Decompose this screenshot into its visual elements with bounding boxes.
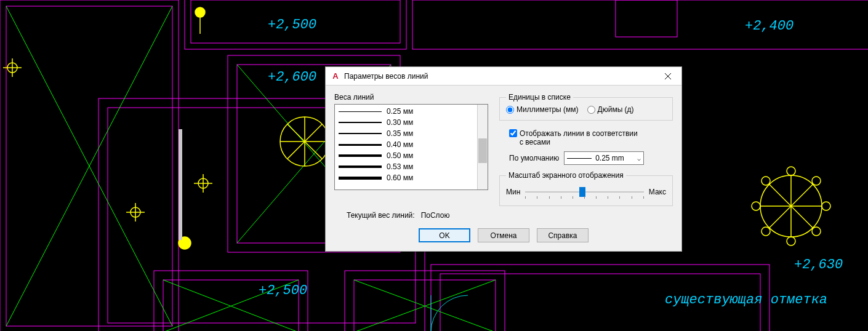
lineweight-settings-dialog: A Параметры весов линий Веса линий 0.25 … xyxy=(325,66,682,252)
svg-point-53 xyxy=(812,227,821,236)
display-scale-slider[interactable] xyxy=(525,185,643,199)
dialog-titlebar[interactable]: A Параметры весов линий xyxy=(326,67,681,86)
lineweight-item[interactable]: 0.25 мм xyxy=(335,106,477,117)
note-label: существующая отметка xyxy=(665,292,827,308)
close-button[interactable] xyxy=(654,67,681,86)
dialog-title: Параметры весов линий xyxy=(344,72,654,81)
lineweight-item[interactable]: 0.50 мм xyxy=(335,150,477,161)
listbox-scrollbar[interactable] xyxy=(477,105,488,189)
lineweight-item-label: 0.40 мм xyxy=(387,140,413,149)
svg-point-24 xyxy=(195,7,205,17)
svg-point-49 xyxy=(822,202,830,210)
scale-fieldset: Масштаб экранного отображения Мин Макс xyxy=(499,171,673,206)
slider-thumb[interactable] xyxy=(579,187,585,197)
svg-point-48 xyxy=(752,202,760,210)
current-lineweight-label: Текущий вес линий: xyxy=(347,211,415,220)
svg-point-46 xyxy=(787,167,795,175)
lineweights-label: Веса линий xyxy=(334,93,488,102)
units-legend: Единицы в списке xyxy=(506,93,573,102)
display-lineweight-checkbox[interactable] xyxy=(509,129,517,137)
svg-point-51 xyxy=(812,177,821,185)
radio-inches[interactable]: Дюймы (д) xyxy=(587,105,634,114)
display-lineweight-label: Отображать линии в соответствии с весами xyxy=(520,129,643,146)
lineweight-item-label: 0.50 мм xyxy=(387,151,413,160)
units-fieldset: Единицы в списке Миллиметры (мм) Дюймы (… xyxy=(499,93,673,121)
lineweight-item-label: 0.60 мм xyxy=(387,173,413,182)
lineweight-item-label: 0.35 мм xyxy=(387,129,413,138)
lineweight-item[interactable]: 0.30 мм xyxy=(335,117,477,128)
svg-rect-54 xyxy=(179,129,182,240)
svg-point-52 xyxy=(762,227,770,236)
scale-legend: Масштаб экранного отображения xyxy=(506,171,626,180)
svg-point-47 xyxy=(787,237,795,245)
elevation-label: +2,600 xyxy=(268,70,316,85)
lineweight-item-label: 0.30 мм xyxy=(387,118,413,127)
radio-inches-label: Дюймы (д) xyxy=(598,105,634,114)
elevation-label: +2,400 xyxy=(745,18,794,34)
default-label: По умолчанию xyxy=(509,154,559,162)
radio-mm-label: Миллиметры (мм) xyxy=(516,105,579,114)
combo-line-sample xyxy=(567,158,592,159)
svg-rect-15 xyxy=(616,0,677,37)
combo-value: 0.25 mm xyxy=(595,154,624,162)
lineweight-item[interactable]: 0.40 мм xyxy=(335,139,477,150)
ok-button[interactable]: OK xyxy=(419,228,470,242)
current-lineweight-value: ПоСлою xyxy=(421,211,450,220)
lineweight-item-label: 0.53 мм xyxy=(387,162,413,171)
lineweight-item[interactable]: 0.60 мм xyxy=(335,172,477,183)
svg-point-50 xyxy=(762,177,770,185)
autocad-icon: A xyxy=(331,71,340,81)
cancel-button[interactable]: Отмена xyxy=(478,228,529,242)
radio-mm-input[interactable] xyxy=(506,106,514,114)
scrollbar-thumb[interactable] xyxy=(478,138,487,163)
lineweight-item[interactable]: 0.53 мм xyxy=(335,161,477,172)
svg-rect-12 xyxy=(412,0,868,49)
elevation-label: +2,630 xyxy=(794,257,843,273)
lineweight-item-label: 0.25 мм xyxy=(387,107,413,116)
slider-min-label: Мин xyxy=(506,188,520,196)
lineweights-listbox[interactable]: 0.25 мм 0.30 мм 0.35 мм 0.40 мм 0.50 мм … xyxy=(334,104,488,190)
lineweight-item[interactable]: 0.35 мм xyxy=(335,128,477,139)
slider-max-label: Макс xyxy=(649,188,666,196)
elevation-label: +2,500 xyxy=(268,17,316,33)
default-lineweight-combo[interactable]: 0.25 mm ⌵ xyxy=(564,151,644,165)
elevation-label: +2,500 xyxy=(259,283,307,298)
radio-inches-input[interactable] xyxy=(587,106,595,114)
radio-mm[interactable]: Миллиметры (мм) xyxy=(506,105,579,114)
help-button[interactable]: Справка xyxy=(537,228,589,242)
close-icon xyxy=(665,73,671,79)
chevron-down-icon: ⌵ xyxy=(637,155,641,162)
